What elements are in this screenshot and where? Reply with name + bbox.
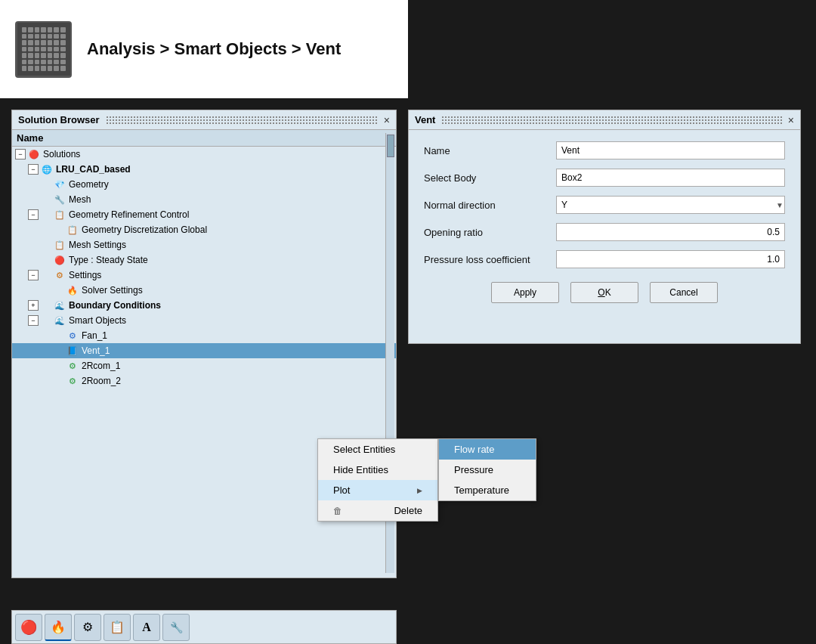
select-body-input[interactable] [556,169,785,187]
opening-ratio-label: Opening ratio [424,227,556,238]
tree-item-geometry[interactable]: 💎 Geometry [12,177,396,192]
geometry-icon: 💎 [54,178,66,190]
ok-underline: O [598,287,604,298]
solution-browser-titlebar: Solution Browser × [12,110,396,130]
hide-entities-label: Hide Entities [333,464,388,475]
toolbar-btn-3[interactable]: ⚙ [74,614,101,641]
context-menu-item-select-entities[interactable]: Select Entities [318,439,437,460]
tree-item-solutions[interactable]: − 🔴 Solutions [12,147,396,162]
vent1-label: Vent_1 [82,345,110,356]
settings-label: Settings [69,270,101,280]
tree-item-geo-discretization[interactable]: 📋 Geometry Discretization Global [12,222,396,237]
solution-browser-close-button[interactable]: × [384,115,390,125]
mesh-icon: 🔧 [54,194,66,206]
normal-direction-select[interactable]: X Y Z -X -Y -Z [556,196,785,214]
solutions-icon: 🔴 [28,148,40,160]
context-menu-item-hide-entities[interactable]: Hide Entities [318,460,437,480]
select-entities-label: Select Entities [333,444,395,455]
expand-lru[interactable]: − [28,164,39,175]
smart-objects-label: Smart Objects [69,315,126,326]
context-menu-item-plot[interactable]: Plot [318,480,437,500]
drag-handle [106,116,378,125]
solution-browser-title: Solution Browser [18,114,100,125]
vent-dialog-title: Vent [415,114,435,125]
expand-boundary[interactable]: + [28,300,39,311]
expand-settings[interactable]: − [28,270,39,280]
boundary-icon: 🌊 [54,299,66,311]
smart-objects-icon: 🌊 [54,314,66,327]
tree-item-solver-settings[interactable]: 🔥 Solver Settings [12,283,396,298]
context-menu: Select Entities Hide Entities Plot 🗑 Del… [317,438,438,522]
normal-direction-row: Normal direction X Y Z -X -Y -Z ▼ [424,196,785,214]
2rcom1-icon: ⚙ [66,360,79,372]
ok-label: OK [598,287,610,298]
normal-direction-label: Normal direction [424,200,556,211]
app-icon [15,21,72,78]
toolbar-btn-4[interactable]: 📋 [104,614,131,641]
vent-dialog: Vent × Name Select Body Normal direction… [408,110,801,344]
type-steady-icon: 🔴 [54,254,66,266]
cancel-button[interactable]: Cancel [650,282,718,303]
expand-solutions[interactable]: − [15,149,26,159]
mesh-settings-icon: 📋 [54,239,66,251]
settings-icon: ⚙ [54,269,66,281]
select-body-row: Select Body [424,169,785,187]
tree-item-type-steady[interactable]: 🔴 Type : Steady State [12,252,396,268]
submenu-item-pressure[interactable]: Pressure [439,460,536,480]
mesh-settings-label: Mesh Settings [69,240,126,250]
fan1-icon: ⚙ [66,330,79,342]
submenu-item-temperature[interactable]: Temperature [439,480,536,500]
name-row: Name [424,141,785,159]
geo-disc-icon: 📋 [66,224,79,236]
vent1-icon: 📘 [66,345,79,357]
plot-label: Plot [333,485,350,496]
toolbar-btn-2[interactable]: 🔥 [45,614,72,641]
vent-dialog-titlebar: Vent × [409,110,800,130]
tree-scroll-thumb[interactable] [387,135,394,157]
delete-trash-icon: 🗑 [333,506,342,516]
tree-item-smart-objects[interactable]: − 🌊 Smart Objects [12,313,396,328]
tree-item-vent-1[interactable]: 📘 Vent_1 [12,343,396,358]
lru-label: LRU_CAD_based [56,164,131,175]
toolbar-btn-1[interactable]: 🔴 [15,614,42,641]
context-menu-item-delete[interactable]: 🗑 Delete [318,500,437,521]
toolbar-btn-5[interactable]: A [133,614,160,641]
geo-disc-label: Geometry Discretization Global [82,224,207,235]
vent-drag-handle [441,116,781,125]
page-title: Analysis > Smart Objects > Vent [87,39,341,59]
solutions-label: Solutions [43,149,80,159]
select-body-label: Select Body [424,172,556,184]
tree-item-boundary-conditions[interactable]: + 🌊 Boundary Conditions [12,298,396,313]
expand-geo-refinement[interactable]: − [28,209,39,220]
dialog-buttons: Apply OK Cancel [424,282,785,303]
name-input[interactable] [556,141,785,159]
geo-refinement-label: Geometry Refinement Control [69,209,189,220]
ok-button[interactable]: OK [570,282,638,303]
tree-item-fan-1[interactable]: ⚙ Fan_1 [12,328,396,343]
pressure-loss-input[interactable] [556,250,785,268]
tree-item-mesh-settings[interactable]: 📋 Mesh Settings [12,237,396,252]
delete-label: Delete [394,505,422,516]
header-area: Analysis > Smart Objects > Vent [0,0,408,98]
tree-item-2room-2[interactable]: ⚙ 2Room_2 [12,373,396,389]
lru-icon: 🌐 [41,163,53,175]
vent-dialog-close-button[interactable]: × [788,115,794,125]
tree-column-header: Name ▲ [12,130,396,147]
apply-button[interactable]: Apply [491,282,559,303]
toolbar-btn-6[interactable]: 🔧 [162,614,190,641]
submenu-item-flow-rate[interactable]: Flow rate [439,439,536,460]
solution-browser-toolbar: 🔴 🔥 ⚙ 📋 A 🔧 [11,610,397,644]
temperature-label: Temperature [454,485,509,496]
pressure-loss-label: Pressure loss coefficient [424,254,556,265]
tree-item-geo-refinement[interactable]: − 📋 Geometry Refinement Control [12,207,396,222]
fan1-label: Fan_1 [82,330,107,341]
solver-settings-icon: 🔥 [66,284,79,296]
normal-direction-wrapper: X Y Z -X -Y -Z ▼ [556,196,785,214]
tree-item-mesh[interactable]: 🔧 Mesh [12,192,396,207]
tree-item-lru-cad[interactable]: − 🌐 LRU_CAD_based [12,162,396,177]
tree-item-2rcom-1[interactable]: ⚙ 2Rcom_1 [12,358,396,373]
tree-item-settings[interactable]: − ⚙ Settings [12,268,396,283]
2rcom1-label: 2Rcom_1 [82,361,120,371]
expand-smart-objects[interactable]: − [28,315,39,326]
opening-ratio-input[interactable] [556,223,785,241]
